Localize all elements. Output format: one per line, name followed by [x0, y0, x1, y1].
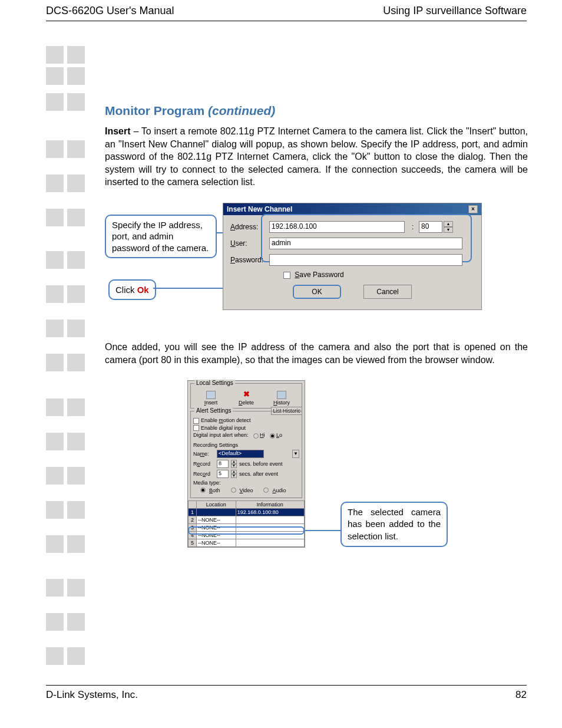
- address-input[interactable]: 192.168.0.100: [269, 221, 405, 233]
- table-row[interactable]: 2--NONE--: [189, 516, 305, 523]
- cancel-button[interactable]: Cancel: [363, 285, 412, 299]
- save-password-checkbox[interactable]: [283, 272, 290, 279]
- dialog-title: Insert New Channel: [227, 205, 292, 213]
- decorative-squares: [46, 46, 87, 683]
- name-dropdown[interactable]: <Default>: [217, 450, 264, 458]
- col-location: Location: [197, 500, 236, 508]
- both-radio[interactable]: [200, 487, 206, 493]
- callout-added: The selected camera has been added to th…: [340, 502, 448, 547]
- name-label: Name:: [193, 451, 214, 457]
- record-before-spinner[interactable]: ▲▼: [231, 460, 237, 468]
- table-row[interactable]: 3--NONE--: [189, 523, 305, 531]
- record-before-label: Record: [193, 461, 214, 467]
- lo-label: Lo: [276, 432, 282, 438]
- both-label: Both: [209, 487, 220, 493]
- camera-table: Location Information 1 192.168.0.100:80 …: [188, 500, 305, 547]
- user-label: User:: [230, 239, 267, 248]
- callout-ok-word: Ok: [137, 285, 149, 295]
- table-row[interactable]: 1 192.168.0.100:80: [189, 508, 305, 516]
- hi-label: Hi: [260, 432, 265, 438]
- enable-motion-checkbox[interactable]: [193, 418, 199, 424]
- heading-main: Monitor Program: [105, 104, 208, 117]
- callout-ok-prefix: Click: [115, 285, 137, 295]
- insert-lead: Insert: [105, 126, 131, 136]
- port-spinner[interactable]: ▲▼: [444, 221, 453, 233]
- ok-button[interactable]: OK: [293, 285, 341, 299]
- video-radio[interactable]: [231, 487, 236, 493]
- name-dropdown-arrow[interactable]: ▼: [292, 450, 299, 458]
- insert-new-channel-dialog: Insert New Channel × Address: 192.168.0.…: [223, 203, 482, 310]
- col-information: Information: [236, 500, 304, 508]
- header-right: Using IP surveillance Software: [383, 5, 527, 17]
- record-after-input[interactable]: 5: [217, 470, 229, 478]
- callout-click-ok: Click Ok: [108, 279, 156, 301]
- history-icon: [277, 391, 286, 399]
- address-label: Address:: [230, 223, 267, 231]
- record-after-text: secs. after event: [239, 471, 278, 477]
- table-row[interactable]: 5--NONE--: [189, 539, 305, 546]
- video-label: Video: [240, 487, 253, 493]
- close-icon[interactable]: ×: [468, 205, 478, 213]
- media-type-label: Media type:: [193, 480, 299, 486]
- footer-company: D-Link Systems, Inc.: [46, 689, 138, 701]
- delete-icon: ✖: [242, 391, 251, 399]
- hi-radio[interactable]: [253, 433, 259, 439]
- paragraph-once-added: Once added, you will see the IP address …: [105, 341, 528, 366]
- heading-continued: (continued): [208, 104, 275, 117]
- lo-radio[interactable]: [270, 433, 275, 439]
- page-number: 82: [515, 689, 527, 701]
- local-settings-title: Local Settings: [194, 380, 235, 386]
- password-label: Password:: [230, 256, 267, 264]
- record-after-spinner[interactable]: ▲▼: [231, 470, 237, 478]
- header-left: DCS-6620G User's Manual: [46, 5, 174, 17]
- delete-button[interactable]: ✖Delete: [232, 391, 261, 406]
- insert-button[interactable]: Insert: [196, 391, 226, 406]
- insert-icon: [206, 391, 216, 399]
- digital-when-label: Digital input alert when:: [193, 432, 249, 438]
- section-heading: Monitor Program (continued): [105, 104, 528, 118]
- record-before-input[interactable]: 8: [217, 460, 229, 468]
- user-input[interactable]: admin: [269, 238, 462, 249]
- enable-digital-checkbox[interactable]: [193, 425, 199, 431]
- settings-panel: Local Settings Insert ✖Delete History Li…: [187, 380, 305, 547]
- record-before-text: secs. before event: [239, 461, 283, 467]
- port-input[interactable]: 80: [419, 221, 442, 233]
- audio-radio[interactable]: [263, 487, 269, 493]
- audio-label: Audio: [272, 487, 286, 493]
- table-row[interactable]: 4--NONE--: [189, 531, 305, 539]
- save-password-label: Save Password: [295, 271, 343, 279]
- insert-body: – To insert a remote 802.11g PTZ Interne…: [105, 126, 528, 187]
- record-after-label: Record: [193, 471, 214, 477]
- password-input[interactable]: [269, 254, 462, 266]
- enable-motion-label: Enable motion detect: [201, 417, 251, 423]
- recording-settings-label: Recording Settings: [193, 442, 299, 448]
- enable-digital-label: Enable digital input: [201, 425, 246, 431]
- paragraph-insert: Insert – To insert a remote 802.11g PTZ …: [105, 125, 528, 189]
- history-button[interactable]: History: [267, 391, 296, 406]
- callout-specify: Specify the IP address, port, and admin …: [105, 215, 217, 259]
- alert-settings-title: Alert Settings: [194, 407, 233, 414]
